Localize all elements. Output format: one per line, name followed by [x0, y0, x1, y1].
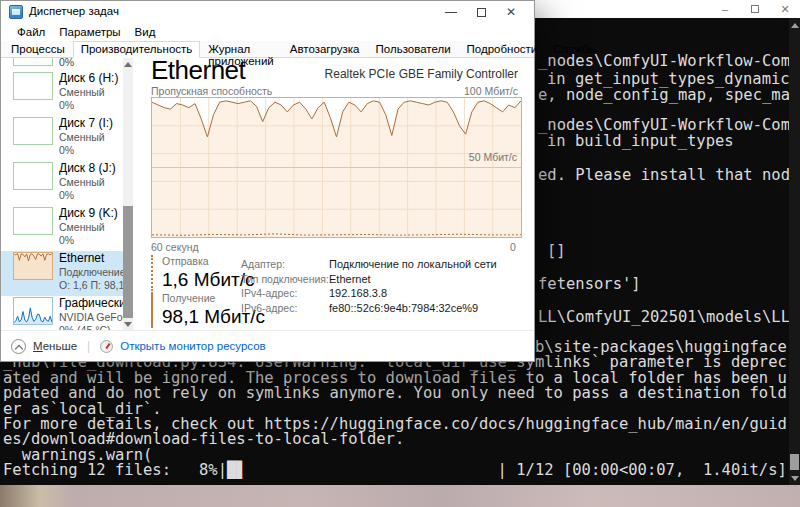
sidebar-item-диск-9-k-[interactable]: Диск 9 (K:)Сменный0%: [1, 206, 123, 251]
console-text-fragment: in build_input_types: [547, 134, 734, 149]
chart-canvas: [152, 98, 521, 237]
performance-sidebar: 0% Диск 6 (H:)Сменный0%Диск 7 (I:)Сменны…: [1, 58, 146, 331]
disk-thumbnail-chart: [13, 117, 53, 145]
detail-row: IPv6-адрес:fe80::52c6:9e4b:7984:32ce%9: [241, 302, 497, 317]
chart-y-mid-label: 50 Мбит/с: [469, 151, 517, 163]
maximize-icon: [477, 8, 486, 17]
chart-x-left-label: 60 секунд: [151, 241, 199, 253]
detail-label: IPv6-адрес:: [241, 302, 329, 314]
console-scrollbar-thumb[interactable]: [790, 454, 799, 470]
chart-title: Пропускная способность: [151, 85, 272, 97]
sidebar-item-sub: Сменный: [59, 221, 123, 233]
disk-thumbnail-chart: [13, 72, 53, 100]
tab-4[interactable]: Пользователи: [368, 41, 459, 57]
sidebar-item-partial-thumbnail: [13, 58, 53, 66]
sidebar-item-title: Диск 7 (I:): [59, 116, 123, 130]
gpu-thumbnail-chart: [13, 297, 53, 325]
menu-item-0[interactable]: Файл: [10, 26, 52, 38]
sidebar-item-sub: Сменный: [59, 86, 123, 98]
minimize-button[interactable]: —: [436, 1, 466, 23]
collapse-icon[interactable]: [11, 339, 26, 354]
maximize-icon: [751, 5, 759, 13]
menu-item-2[interactable]: Вид: [128, 26, 163, 38]
sidebar-item-title: Ethernet: [59, 251, 123, 265]
detail-row: Адаптер:Подключение по локальной сети: [241, 258, 497, 273]
sidebar-item-sub: Сменный: [59, 176, 123, 188]
tab-bar: ПроцессыПроизводительностьЖурнал приложе…: [1, 41, 534, 58]
open-resource-monitor-link[interactable]: Открыть монитор ресурсов: [120, 340, 266, 352]
task-manager-icon: [9, 5, 23, 19]
console-close-button[interactable]: ✕: [770, 0, 800, 18]
adapter-name: Realtek PCIe GBE Family Controller: [325, 67, 518, 81]
detail-label: IPv4-адрес:: [241, 287, 329, 299]
detail-row: Тип подключения:Ethernet: [241, 273, 497, 288]
sidebar-item-title: Диск 6 (H:): [59, 71, 123, 85]
disk-thumbnail-chart: [13, 162, 53, 190]
tab-6[interactable]: Службы: [545, 41, 605, 57]
sidebar-item-value: 0%: [59, 234, 123, 246]
scroll-down-icon[interactable]: [791, 476, 799, 481]
sidebar-item-title: Диск 9 (K:): [59, 206, 123, 220]
maximize-button[interactable]: [466, 1, 496, 23]
menu-bar: ФайлПараметрыВид: [1, 23, 534, 41]
send-stat: Отправка 1,6 Мбит/с: [151, 255, 255, 291]
console-text-fragment: LL\ComfyUI_202501\models\LLM: [538, 310, 799, 325]
sidebar-item-sub: Сменный: [59, 131, 123, 143]
detail-value: Ethernet: [329, 273, 371, 285]
tab-5[interactable]: Подробности: [459, 41, 546, 57]
sidebar-item-диск-7-i-[interactable]: Диск 7 (I:)Сменный0%: [1, 116, 123, 161]
detail-value: 192.168.3.8: [329, 287, 387, 299]
chart-x-right-label: 0: [510, 241, 516, 253]
sidebar-item-value: 0%: [59, 99, 123, 111]
console-text-fragment: []: [547, 244, 566, 259]
sidebar-item-диск-8-j-[interactable]: Диск 8 (J:)Сменный0%: [1, 161, 123, 206]
detail-label: Адаптер:: [241, 258, 329, 270]
close-button[interactable]: ✕: [496, 1, 526, 23]
scroll-up-icon[interactable]: [791, 23, 799, 28]
console-maximize-button[interactable]: [740, 0, 770, 18]
less-details-button[interactable]: Меньше: [33, 340, 77, 352]
task-manager-titlebar[interactable]: Диспетчер задач — ✕: [1, 1, 534, 23]
scroll-down-icon[interactable]: [124, 322, 132, 327]
console-text-fragment: ed. Please install that node: [538, 168, 799, 183]
sidebar-item-value: 0%: [59, 144, 123, 156]
detail-row: IPv4-адрес:192.168.3.8: [241, 287, 497, 302]
sidebar-scrollbar[interactable]: [123, 58, 133, 331]
window-title: Диспетчер задач: [29, 5, 119, 17]
sidebar-scrollbar-thumb[interactable]: [123, 206, 133, 318]
task-manager-footer: Меньше | Открыть монитор ресурсов: [1, 330, 534, 361]
detail-value: Подключение по локальной сети: [329, 258, 497, 270]
detail-value: fe80::52c6:9e4b:7984:32ce%9: [329, 302, 478, 314]
sidebar-item-value: О: 1,6 П: 98,1 Мбит/с: [59, 279, 123, 291]
console-minimize-button[interactable]: –: [710, 0, 740, 18]
sidebar-item-диск-6-h-[interactable]: Диск 6 (H:)Сменный0%: [1, 71, 123, 116]
sidebar-item-графический-пр[interactable]: Графический прNVIDIA GeForce GTX0% (45 °…: [1, 296, 123, 331]
tab-0[interactable]: Процессы: [3, 41, 73, 57]
sidebar-item-title: Диск 8 (J:): [59, 161, 123, 175]
disk-thumbnail-chart: [13, 207, 53, 235]
adapter-details: Адаптер:Подключение по локальной сетиТип…: [241, 258, 497, 316]
sidebar-item-value: 0%: [59, 189, 123, 201]
sidebar-item-title: Графический пр: [59, 296, 123, 310]
scroll-up-icon[interactable]: [124, 62, 132, 67]
sidebar-item-sub: NVIDIA GeForce GTX: [59, 311, 123, 323]
console-scrollbar[interactable]: [789, 18, 800, 485]
console-text-fragment: fetensors']: [538, 277, 641, 292]
task-manager-window: Диспетчер задач — ✕ ФайлПараметрыВид Про…: [0, 0, 535, 362]
net-thumbnail-chart: [13, 252, 53, 280]
console-text-fragment: e, node_config_map, spec_map: [538, 88, 799, 103]
detail-label: Тип подключения:: [241, 273, 329, 285]
page-title: Ethernet: [151, 55, 245, 86]
footer-separator: |: [87, 339, 90, 353]
sidebar-item-ethernet[interactable]: EthernetПодключение по локО: 1,6 П: 98,1…: [1, 251, 123, 296]
menu-item-1[interactable]: Параметры: [52, 26, 127, 38]
sidebar-item-sub: Подключение по лок: [59, 266, 123, 278]
chart-y-max-label: 100 Мбит/с: [464, 85, 518, 97]
network-throughput-chart: 50 Мбит/с: [151, 97, 522, 238]
sidebar-item-partial-value: 0%: [59, 58, 74, 68]
console-text-line: Fetching 12 files: 8%|█▋ | 1/12 [00:00<0…: [3, 463, 796, 478]
tab-3[interactable]: Автозагрузка: [282, 41, 368, 57]
resource-monitor-icon: [100, 340, 113, 353]
